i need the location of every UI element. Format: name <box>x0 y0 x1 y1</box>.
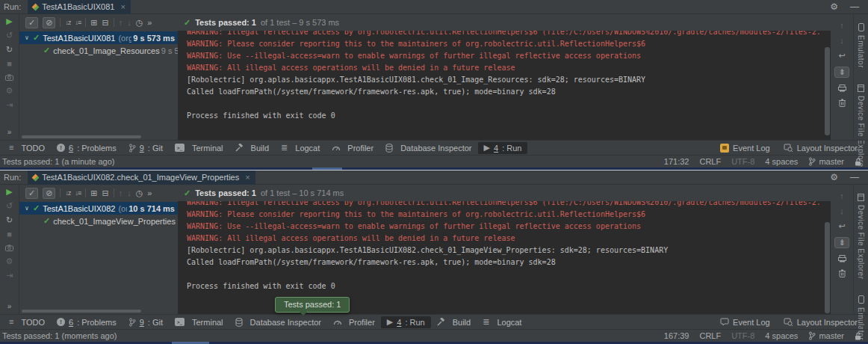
soft-wrap-icon[interactable]: ↩ <box>838 222 845 230</box>
toolwindow-run[interactable]: ▶ 4: Run <box>478 142 528 154</box>
dock-emulator[interactable]: Emulator <box>857 23 865 68</box>
vertical-scrollbar[interactable] <box>825 47 830 135</box>
toolwindow-problems[interactable]: ! 6: Problems <box>51 316 123 328</box>
vertical-scrollbar[interactable] <box>825 222 830 313</box>
horizontal-scrollbar[interactable] <box>22 135 141 138</box>
test-tree-root-row[interactable]: ∨ ✓ TestA1BasicUIX082 (org.aplas.basica … <box>19 202 178 215</box>
import-test-results-icon[interactable]: ⇥ <box>6 271 13 280</box>
toggle-auto-test-icon[interactable]: ↻ <box>6 46 13 54</box>
toolwindow-profiler[interactable]: Profiler <box>326 142 379 154</box>
indent-setting[interactable]: 4 spaces <box>765 331 798 340</box>
event-log-button[interactable]: Event Log <box>720 144 770 153</box>
toolwindow-database-inspector[interactable]: Database Inspector <box>379 142 477 154</box>
toolbar-more-icon[interactable]: » <box>147 189 152 197</box>
sort-by-duration-icon[interactable]: ↓≡ <box>75 19 81 26</box>
caret-position[interactable]: 171:32 <box>664 157 689 166</box>
file-encoding[interactable]: UTF-8 <box>731 157 754 166</box>
indent-setting[interactable]: 4 spaces <box>765 157 798 166</box>
test-class-name: TestA1BasicUIX082 <box>43 204 115 213</box>
line-separator[interactable]: CRLF <box>699 157 721 166</box>
toggle-auto-test-icon[interactable]: ↻ <box>6 216 13 224</box>
unlocked-padlock-icon[interactable] <box>855 332 862 340</box>
show-ignored-icon[interactable]: ⊘ <box>43 17 55 28</box>
import-test-results-icon[interactable]: ⇥ <box>6 101 13 109</box>
expand-all-icon[interactable]: ⊞ <box>90 19 97 27</box>
rerun-failed-tests-icon[interactable]: ↺ <box>6 202 13 210</box>
file-encoding[interactable]: UTF-8 <box>731 331 754 340</box>
chevron-down-icon[interactable]: ∨ <box>22 205 31 212</box>
toolwindow-logcat[interactable]: ≣ Logcat <box>477 316 527 328</box>
test-tree[interactable]: ∨ ✓ TestA1BasicUIX082 (org.aplas.basica … <box>19 201 178 314</box>
run-console[interactable]: WARNING: Illegal reflective access by or… <box>178 31 831 140</box>
test-tree-root-row[interactable]: ∨ ✓ TestA1BasicUIX081 (org.aplas.basica … <box>19 31 178 44</box>
toolwindow-build[interactable]: Build <box>229 142 275 154</box>
toolwindow-git[interactable]: 9: Git <box>123 142 169 154</box>
gear-icon[interactable]: ⚙ <box>830 172 838 182</box>
gear-icon[interactable]: ⚙ <box>830 1 838 12</box>
rerun-failed-tests-icon[interactable]: ↺ <box>6 31 13 40</box>
toolwindow-problems[interactable]: ! 6: Problems <box>51 142 123 154</box>
minimize-icon[interactable]: — <box>850 1 859 12</box>
git-branch-icon <box>808 157 816 166</box>
show-ignored-icon[interactable]: ⊘ <box>43 188 55 199</box>
sort-alphabetically-icon[interactable]: ↓z <box>65 190 70 197</box>
show-passed-icon[interactable]: ✓ <box>25 17 38 28</box>
minimize-icon[interactable]: — <box>850 172 859 182</box>
test-settings-gear-icon[interactable]: ⚙ <box>6 257 13 265</box>
toolwindow-build[interactable]: Build <box>431 316 477 328</box>
test-history-icon[interactable]: ◷ <box>136 189 143 197</box>
toolwindow-todo[interactable]: ≡ TODO <box>3 316 51 328</box>
layout-inspector-button[interactable]: Layout Inspector <box>784 144 858 153</box>
toolwindow-todo[interactable]: ≡ TODO <box>3 142 51 154</box>
rerun-button[interactable]: ▶ <box>6 17 12 25</box>
screenshot-camera-icon[interactable] <box>5 74 13 81</box>
run-config-tab[interactable]: TestA1BasicUIX082.check_01_ImageView_Pro… <box>28 171 255 185</box>
chevron-down-icon[interactable]: ∨ <box>22 34 31 41</box>
line-separator[interactable]: CRLF <box>699 331 721 340</box>
collapse-all-icon[interactable]: ⊟ <box>102 189 108 197</box>
collapse-all-icon[interactable]: ⊟ <box>102 19 108 27</box>
test-settings-gear-icon[interactable]: ⚙ <box>6 87 13 95</box>
console-line: WARNING: Please consider reporting this … <box>187 209 831 221</box>
toolbar-overflow-icon[interactable]: » <box>7 129 12 136</box>
git-branch-widget[interactable]: master <box>808 157 844 166</box>
print-icon[interactable] <box>838 255 846 262</box>
clear-all-trash-icon[interactable] <box>839 99 846 107</box>
clear-all-trash-icon[interactable] <box>839 269 846 277</box>
toolwindow-git[interactable]: 9: Git <box>123 316 169 328</box>
test-tree[interactable]: ∨ ✓ TestA1BasicUIX081 (org.aplas.basica … <box>19 31 178 140</box>
run-left-toolbar: ▶ ↺ ↻ ■ ⚙ ⇥ » <box>0 185 19 314</box>
toolbar-more-icon[interactable]: » <box>147 19 152 27</box>
toolwindow-terminal[interactable]: >_ Terminal <box>169 316 229 328</box>
close-icon[interactable]: × <box>245 173 249 182</box>
unlocked-padlock-icon[interactable] <box>855 158 862 166</box>
test-history-icon[interactable]: ◷ <box>136 19 143 27</box>
run-config-tab[interactable]: TestA1BasicUIX081 × <box>28 0 131 14</box>
layout-inspector-button[interactable]: Layout Inspector <box>784 318 858 327</box>
toolwindow-terminal[interactable]: >_ Terminal <box>169 142 229 154</box>
toolwindow-database-inspector[interactable]: Database Inspector <box>229 316 327 328</box>
soft-wrap-icon[interactable]: ↩ <box>838 52 845 60</box>
rerun-button[interactable]: ▶ <box>6 188 12 196</box>
print-icon[interactable] <box>838 85 846 92</box>
horizontal-scrollbar[interactable] <box>22 310 141 313</box>
caret-position[interactable]: 167:39 <box>664 331 689 340</box>
toolwindow-run[interactable]: ▶ 4: Run <box>381 316 431 328</box>
toolwindow-logcat[interactable]: ≣ Logcat <box>275 142 326 154</box>
sort-alphabetically-icon[interactable]: ↓z <box>65 19 70 26</box>
test-tree-child-row[interactable]: ✓ check_01_ImageView_Properties 10 s 714… <box>19 215 178 227</box>
emulator-phone-icon <box>858 23 864 31</box>
expand-all-icon[interactable]: ⊞ <box>90 189 97 197</box>
event-log-button[interactable]: Event Log <box>720 318 770 327</box>
toolwindow-profiler[interactable]: Profiler <box>327 316 381 328</box>
test-tree-child-row[interactable]: ✓ check_01_Image_Resources 9 s 573 ms <box>19 44 178 57</box>
show-passed-icon[interactable]: ✓ <box>25 188 38 199</box>
git-branch-widget[interactable]: master <box>808 331 844 340</box>
screenshot-camera-icon[interactable] <box>5 245 13 251</box>
dock-device-file-explorer[interactable]: Device File Explorer <box>857 194 865 279</box>
scroll-to-end-icon[interactable]: ⇟ <box>834 237 849 248</box>
toolbar-overflow-icon[interactable]: » <box>7 303 12 310</box>
close-icon[interactable]: × <box>120 2 125 11</box>
sort-by-duration-icon[interactable]: ↓≡ <box>75 190 81 197</box>
scroll-to-end-icon[interactable]: ⇟ <box>834 67 849 78</box>
